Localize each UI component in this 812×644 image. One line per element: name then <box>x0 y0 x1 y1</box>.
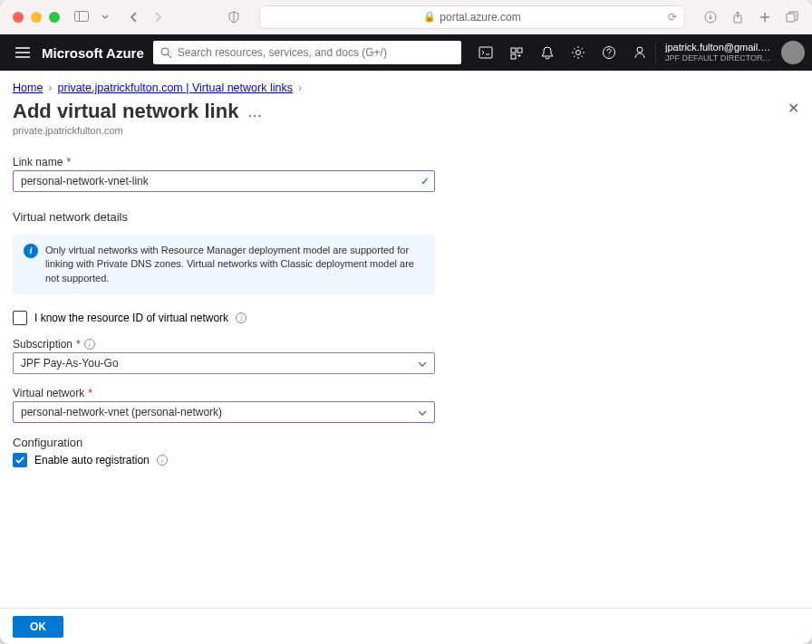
chevron-right-icon: › <box>298 82 302 94</box>
url-text: portal.azure.com <box>440 11 520 24</box>
know-resource-id-checkbox[interactable] <box>13 311 27 325</box>
svg-rect-6 <box>479 47 492 58</box>
breadcrumb: Home › private.jpatrickfulton.com | Virt… <box>13 82 799 94</box>
svg-rect-4 <box>787 14 795 22</box>
know-resource-id-label: I know the resource ID of virtual networ… <box>34 312 228 324</box>
info-message: i Only virtual networks with Resource Ma… <box>13 235 435 294</box>
avatar <box>781 41 805 64</box>
dropdown-chevron-icon[interactable] <box>98 10 112 24</box>
help-info-icon[interactable]: i <box>157 455 168 466</box>
feedback-icon[interactable] <box>624 34 655 71</box>
new-tab-icon[interactable] <box>758 10 772 24</box>
svg-point-5 <box>161 48 169 55</box>
maximize-window-button[interactable] <box>49 12 60 23</box>
svg-point-12 <box>637 47 643 53</box>
svg-rect-0 <box>75 11 89 21</box>
topnav-icons <box>470 34 655 71</box>
page-subtitle: private.jpatrickfulton.com <box>13 125 238 136</box>
account-directory: JPF DEFAULT DIRECTORY (JPATR… <box>665 53 774 63</box>
browser-titlebar: 🔒 portal.azure.com ⟳ <box>0 0 812 34</box>
svg-rect-7 <box>511 48 516 53</box>
svg-point-10 <box>576 51 581 55</box>
chevron-right-icon: › <box>48 82 52 94</box>
help-info-icon[interactable]: i <box>236 312 246 323</box>
download-icon[interactable] <box>703 10 718 24</box>
refresh-icon[interactable]: ⟳ <box>668 11 677 24</box>
notifications-icon[interactable] <box>532 34 563 71</box>
address-bar[interactable]: 🔒 portal.azure.com ⟳ <box>259 5 685 29</box>
shield-icon[interactable] <box>227 10 241 24</box>
link-name-input[interactable] <box>13 170 435 192</box>
svg-rect-9 <box>511 54 516 59</box>
auto-registration-label: Enable auto registration <box>34 454 150 466</box>
browser-window: 🔒 portal.azure.com ⟳ Microsoft Azure <box>0 0 812 644</box>
valid-check-icon: ✓ <box>420 175 430 187</box>
search-box[interactable] <box>153 41 461 64</box>
subscription-select[interactable]: JPF Pay-As-You-Go <box>13 352 435 374</box>
share-icon[interactable] <box>730 10 745 24</box>
account-email: jpatrick.fulton@gmail.c… <box>665 42 774 53</box>
ok-button[interactable]: OK <box>13 616 63 638</box>
cloud-shell-icon[interactable] <box>470 34 501 71</box>
breadcrumb-parent[interactable]: private.jpatrickfulton.com | Virtual net… <box>58 82 293 94</box>
forward-button[interactable] <box>150 10 165 24</box>
footer: OK <box>0 608 812 644</box>
settings-icon[interactable] <box>563 34 594 71</box>
menu-button[interactable] <box>9 47 36 58</box>
help-info-icon[interactable]: i <box>84 339 95 350</box>
brand-label[interactable]: Microsoft Azure <box>42 45 144 61</box>
svg-rect-8 <box>517 48 522 53</box>
vnet-details-title: Virtual network details <box>13 210 435 224</box>
help-icon[interactable] <box>594 34 624 71</box>
sidebar-toggle-icon[interactable] <box>74 10 89 24</box>
subscription-label: Subscription* i <box>13 338 435 351</box>
search-icon <box>160 47 172 59</box>
azure-top-nav: Microsoft Azure jpatrick.fulton@gmail.c…… <box>0 34 812 71</box>
minimize-window-button[interactable] <box>31 12 42 23</box>
configuration-title: Configuration <box>13 436 435 449</box>
info-icon: i <box>24 244 38 258</box>
page-content: Home › private.jpatrickfulton.com | Virt… <box>0 71 812 608</box>
link-name-label: Link name* <box>13 156 435 168</box>
chevron-down-icon <box>418 357 427 370</box>
breadcrumb-home[interactable]: Home <box>13 82 43 94</box>
close-blade-button[interactable]: ✕ <box>788 100 799 117</box>
vnet-select[interactable]: personal-network-vnet (personal-network) <box>13 401 435 423</box>
form: Link name* ✓ Virtual network details i O… <box>13 156 435 467</box>
vnet-label: Virtual network* <box>13 387 435 399</box>
info-text: Only virtual networks with Resource Mana… <box>45 244 424 285</box>
auto-registration-checkbox[interactable] <box>13 453 27 467</box>
tabs-icon[interactable] <box>785 10 799 24</box>
account-menu[interactable]: jpatrick.fulton@gmail.c… JPF DEFAULT DIR… <box>655 41 812 64</box>
directories-icon[interactable] <box>501 34 532 71</box>
search-input[interactable] <box>178 46 454 59</box>
close-window-button[interactable] <box>13 12 24 23</box>
page-header: Add virtual network link private.jpatric… <box>13 100 799 136</box>
more-actions-icon[interactable]: ⋯ <box>247 107 262 124</box>
page-title: Add virtual network link <box>13 100 238 123</box>
back-button[interactable] <box>127 10 141 24</box>
chevron-down-icon <box>418 406 427 418</box>
lock-icon: 🔒 <box>423 11 436 23</box>
window-controls <box>13 12 60 23</box>
